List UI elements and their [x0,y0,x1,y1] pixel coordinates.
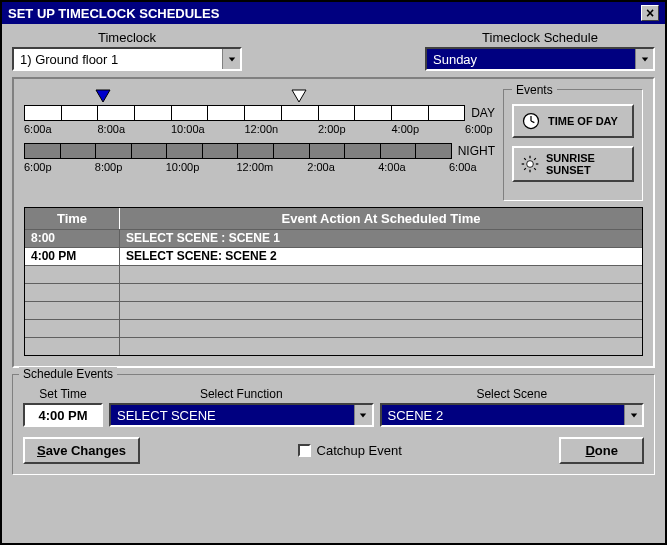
catchup-checkbox[interactable] [298,444,311,457]
select-scene-label: Select Scene [476,387,547,401]
select-function-label: Select Function [200,387,283,401]
day-ticks: 6:00a8:00a10:00a12:00n2:00p4:00p6:00p [24,123,495,135]
dialog-body: Timeclock 1) Ground floor 1 Timeclock Sc… [2,24,665,543]
day-label: DAY [471,106,495,120]
svg-line-15 [534,158,536,160]
night-strip[interactable] [24,143,452,159]
select-function-group: Select Function SELECT SCENE [109,387,374,427]
time-of-day-label: TIME OF DAY [548,115,618,127]
schedule-value: Sunday [427,52,635,67]
timeline-panel: DAY 6:00a8:00a10:00a12:00n2:00p4:00p6:00… [12,77,655,368]
select-scene-value: SCENE 2 [382,408,625,423]
chevron-down-icon [624,405,642,425]
svg-marker-16 [360,414,366,418]
select-function-dropdown[interactable]: SELECT SCENE [109,403,374,427]
events-legend: Events [512,83,557,97]
close-button[interactable]: × [641,5,659,21]
svg-marker-3 [292,90,306,102]
night-ticks: 6:00p8:00p10:00p12:00m2:00a4:00a6:00a [24,161,495,173]
timeline-area: DAY 6:00a8:00a10:00a12:00n2:00p4:00p6:00… [24,89,643,201]
table-row[interactable]: 4:00 PMSELECT SCENE: SCENE 2 [25,247,642,265]
cell-time: 4:00 PM [25,248,120,265]
select-scene-dropdown[interactable]: SCENE 2 [380,403,645,427]
catchup-label: Catchup Event [317,443,402,458]
table-row-empty[interactable] [25,301,642,319]
events-fieldset: Events TIME OF DAY [503,89,643,201]
svg-marker-1 [641,57,647,61]
svg-line-12 [524,158,526,160]
catchup-checkbox-row[interactable]: Catchup Event [298,443,402,458]
table-row-empty[interactable] [25,283,642,301]
cell-action: SELECT SCENE: SCENE 2 [120,248,642,265]
schedule-events-fieldset: Schedule Events Set Time 4:00 PM Select … [12,374,655,475]
set-time-input[interactable]: 4:00 PM [23,403,103,427]
timeclock-value: 1) Ground floor 1 [14,52,222,67]
table-row-empty[interactable] [25,337,642,355]
night-timeline: NIGHT 6:00p8:00p10:00p12:00m2:00a4:00a6:… [24,143,495,173]
schedule-fields-row: Set Time 4:00 PM Select Function SELECT … [23,387,644,427]
timeclock-select-group: Timeclock 1) Ground floor 1 [12,30,242,71]
select-function-value: SELECT SCENE [111,408,354,423]
night-label: NIGHT [458,144,495,158]
table-body: 8:00SELECT SCENE : SCENE 14:00 PMSELECT … [25,229,642,355]
table-header: Time Event Action At Scheduled Time [25,208,642,229]
time-of-day-button[interactable]: TIME OF DAY [512,104,634,138]
chevron-down-icon [222,49,240,69]
schedule-select-group: Timeclock Schedule Sunday [425,30,655,71]
table-row-empty[interactable] [25,265,642,283]
timeline-marker[interactable] [95,89,111,103]
schedule-events-legend: Schedule Events [19,367,117,381]
window-title: SET UP TIMECLOCK SCHEDULES [8,6,219,21]
svg-line-14 [524,168,526,170]
col-time: Time [25,208,120,229]
schedule-label: Timeclock Schedule [482,30,598,45]
sun-icon [520,153,540,175]
sunrise-sunset-label: SUNRISE SUNSET [546,152,626,176]
timeclock-label: Timeclock [98,30,156,45]
top-selectors-row: Timeclock 1) Ground floor 1 Timeclock Sc… [12,30,655,71]
cell-time: 8:00 [25,230,120,247]
dialog-window: SET UP TIMECLOCK SCHEDULES × Timeclock 1… [0,0,667,545]
svg-marker-2 [96,90,110,102]
set-time-group: Set Time 4:00 PM [23,387,103,427]
svg-line-13 [534,168,536,170]
svg-marker-0 [228,57,234,61]
day-strip[interactable] [24,105,465,121]
day-timeline: DAY 6:00a8:00a10:00a12:00n2:00p4:00p6:00… [24,89,495,135]
cell-action: SELECT SCENE : SCENE 1 [120,230,642,247]
events-table: Time Event Action At Scheduled Time 8:00… [24,207,643,356]
night-strip-row: NIGHT [24,143,495,159]
table-row-empty[interactable] [25,319,642,337]
chevron-down-icon [635,49,653,69]
clock-icon [520,110,542,132]
table-row[interactable]: 8:00SELECT SCENE : SCENE 1 [25,229,642,247]
select-scene-group: Select Scene SCENE 2 [380,387,645,427]
title-bar: SET UP TIMECLOCK SCHEDULES × [2,2,665,24]
svg-marker-17 [630,414,636,418]
day-strip-row: DAY [24,105,495,121]
schedule-select[interactable]: Sunday [425,47,655,71]
sunrise-sunset-button[interactable]: SUNRISE SUNSET [512,146,634,182]
save-changes-button[interactable]: Save Changes [23,437,140,464]
col-action: Event Action At Scheduled Time [120,208,642,229]
done-button[interactable]: Done [559,437,644,464]
bottom-row: Save Changes Catchup Event Done [23,437,644,464]
chevron-down-icon [354,405,372,425]
timeclock-select[interactable]: 1) Ground floor 1 [12,47,242,71]
timeline-marker[interactable] [291,89,307,103]
svg-point-7 [527,161,534,168]
timeline-column: DAY 6:00a8:00a10:00a12:00n2:00p4:00p6:00… [24,89,495,181]
timeline-markers [24,89,495,105]
set-time-label: Set Time [39,387,86,401]
